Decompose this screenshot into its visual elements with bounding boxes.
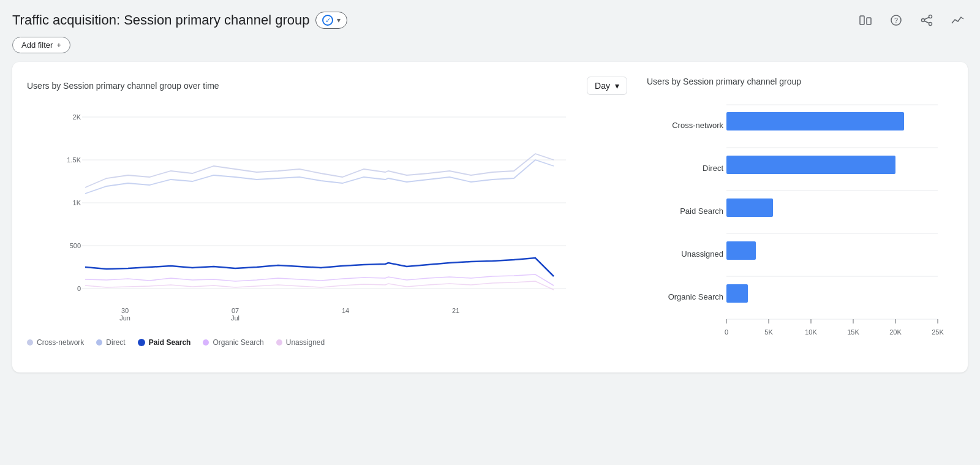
check-mark: ✓ bbox=[325, 17, 331, 25]
bar-chart-svg: Cross-network Direct Paid Search Unassig… bbox=[647, 99, 953, 356]
line-chart-title: Users by Session primary channel group o… bbox=[27, 81, 219, 91]
line-chart-legend: Cross-network Direct Paid Search Organic… bbox=[27, 338, 627, 347]
page-title: Traffic acquisition: Session primary cha… bbox=[12, 12, 309, 28]
main-card: Users by Session primary channel group o… bbox=[12, 62, 968, 372]
svg-rect-38 bbox=[726, 241, 756, 260]
line-chart-svg: 2K 1.5K 1K 500 0 bbox=[27, 105, 627, 331]
legend-direct: Direct bbox=[96, 338, 125, 347]
charts-container: Users by Session primary channel group o… bbox=[27, 77, 953, 358]
filter-bar: Add filter + bbox=[12, 37, 968, 53]
svg-text:5K: 5K bbox=[764, 328, 773, 336]
svg-text:07: 07 bbox=[232, 307, 239, 314]
legend-dot-paid-search bbox=[138, 339, 145, 346]
svg-text:Paid Search: Paid Search bbox=[680, 206, 723, 216]
header-right: ? bbox=[855, 10, 968, 31]
day-dropdown[interactable]: Day ▾ bbox=[587, 77, 627, 95]
page-header: Traffic acquisition: Session primary cha… bbox=[12, 10, 968, 31]
qa-icon[interactable]: ? bbox=[886, 10, 907, 31]
share-icon[interactable] bbox=[916, 10, 937, 31]
svg-text:0: 0 bbox=[77, 285, 81, 292]
svg-rect-32 bbox=[726, 112, 904, 130]
svg-text:30: 30 bbox=[121, 307, 129, 314]
svg-rect-36 bbox=[726, 198, 773, 217]
legend-label-direct: Direct bbox=[106, 338, 125, 347]
svg-text:Organic Search: Organic Search bbox=[668, 292, 723, 301]
page-container: Traffic acquisition: Session primary cha… bbox=[0, 0, 980, 465]
line-chart-header: Users by Session primary channel group o… bbox=[27, 77, 627, 95]
legend-organic-search: Organic Search bbox=[203, 338, 263, 347]
legend-label-paid-search: Paid Search bbox=[149, 338, 191, 347]
svg-text:14: 14 bbox=[342, 307, 349, 314]
svg-text:21: 21 bbox=[452, 307, 459, 314]
day-label: Day bbox=[595, 81, 610, 91]
svg-point-6 bbox=[929, 23, 932, 26]
header-left: Traffic acquisition: Session primary cha… bbox=[12, 12, 347, 29]
legend-label-unassigned: Unassigned bbox=[286, 338, 325, 347]
add-filter-button[interactable]: Add filter + bbox=[12, 37, 70, 53]
legend-dot-organic-search bbox=[203, 339, 209, 346]
svg-line-8 bbox=[924, 21, 929, 23]
legend-label-cross-network: Cross-network bbox=[37, 338, 84, 347]
legend-dot-direct bbox=[96, 339, 102, 346]
svg-text:10K: 10K bbox=[805, 328, 817, 336]
svg-text:500: 500 bbox=[70, 242, 81, 249]
status-verified-icon: ✓ bbox=[322, 15, 333, 26]
legend-label-organic-search: Organic Search bbox=[213, 338, 263, 347]
dropdown-chevron-icon: ▾ bbox=[615, 81, 619, 91]
legend-paid-search: Paid Search bbox=[138, 338, 191, 347]
chevron-down-icon: ▾ bbox=[337, 16, 341, 25]
compare-icon[interactable] bbox=[855, 10, 876, 31]
status-badge[interactable]: ✓ ▾ bbox=[315, 12, 347, 29]
svg-text:1K: 1K bbox=[73, 199, 81, 206]
svg-rect-1 bbox=[867, 18, 871, 25]
svg-text:20K: 20K bbox=[889, 328, 902, 336]
legend-unassigned: Unassigned bbox=[276, 338, 325, 347]
svg-text:0: 0 bbox=[725, 328, 728, 336]
legend-cross-network: Cross-network bbox=[27, 338, 84, 347]
svg-text:2K: 2K bbox=[73, 113, 81, 121]
svg-text:15K: 15K bbox=[847, 328, 859, 336]
svg-text:Direct: Direct bbox=[703, 164, 723, 173]
bar-chart-title: Users by Session primary channel group bbox=[647, 77, 953, 86]
add-filter-label: Add filter bbox=[21, 40, 53, 50]
svg-point-5 bbox=[922, 19, 925, 22]
svg-text:?: ? bbox=[894, 17, 898, 24]
add-filter-plus-icon: + bbox=[56, 40, 61, 50]
svg-line-7 bbox=[924, 17, 929, 20]
svg-rect-0 bbox=[860, 16, 864, 25]
svg-text:Jul: Jul bbox=[231, 314, 239, 322]
svg-text:Unassigned: Unassigned bbox=[681, 249, 723, 259]
line-chart-wrapper: 2K 1.5K 1K 500 0 bbox=[27, 105, 627, 333]
legend-dot-unassigned bbox=[276, 339, 282, 346]
svg-rect-40 bbox=[726, 284, 748, 303]
legend-dot-cross-network bbox=[27, 339, 33, 346]
svg-point-4 bbox=[929, 15, 932, 18]
explore-icon[interactable] bbox=[947, 10, 968, 31]
svg-text:Cross-network: Cross-network bbox=[672, 121, 723, 130]
svg-rect-34 bbox=[726, 156, 895, 174]
svg-text:Jun: Jun bbox=[119, 314, 130, 322]
line-chart-section: Users by Session primary channel group o… bbox=[27, 77, 627, 358]
svg-text:1.5K: 1.5K bbox=[67, 156, 81, 164]
svg-text:25K: 25K bbox=[932, 328, 944, 336]
bar-chart-section: Users by Session primary channel group C… bbox=[647, 77, 953, 358]
